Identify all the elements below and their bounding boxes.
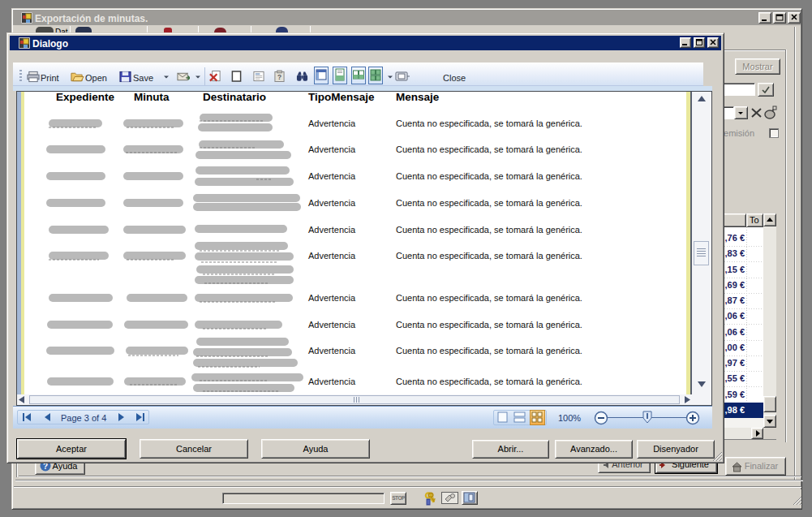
svg-text:?: ? (277, 73, 281, 81)
